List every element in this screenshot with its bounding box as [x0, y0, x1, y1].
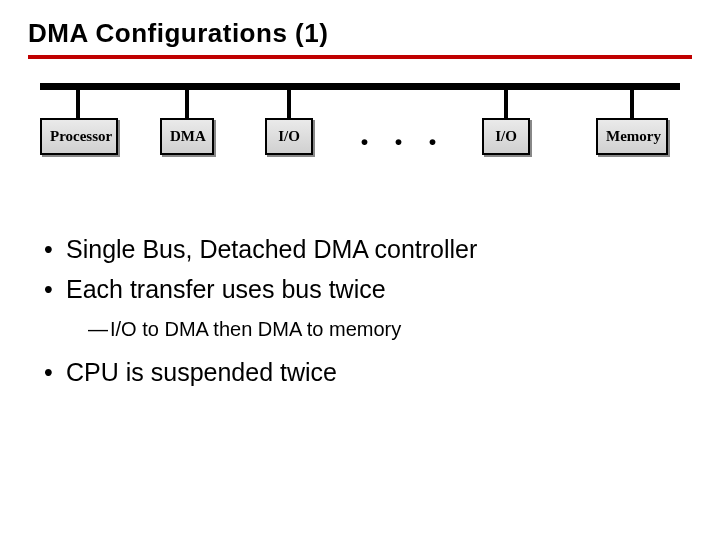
list-item: •Each transfer uses bus twice: [44, 271, 692, 309]
bus-drop: [185, 90, 189, 118]
sub-list-item-text: I/O to DMA then DMA to memory: [110, 318, 401, 340]
diagram-box-io-1: I/O: [265, 118, 313, 155]
page-title: DMA Configurations (1): [28, 18, 692, 49]
diagram-box-dma: DMA: [160, 118, 214, 155]
bus-drop: [504, 90, 508, 118]
bus-diagram: Processor DMA I/O . . . I/O Memory: [40, 83, 680, 203]
list-item-text: Single Bus, Detached DMA controller: [66, 235, 477, 263]
list-item: •Single Bus, Detached DMA controller: [44, 231, 692, 269]
bus-drop: [76, 90, 80, 118]
bullet-list: •Single Bus, Detached DMA controller •Ea…: [28, 231, 692, 392]
ellipsis-icon: . . .: [360, 117, 445, 149]
title-underline: [28, 55, 692, 59]
bullet-icon: •: [44, 271, 66, 309]
bullet-icon: •: [44, 354, 66, 392]
diagram-box-processor: Processor: [40, 118, 118, 155]
list-item-text: Each transfer uses bus twice: [66, 275, 386, 303]
system-bus-line: [40, 83, 680, 90]
bus-drop: [630, 90, 634, 118]
dash-icon: —: [88, 314, 110, 344]
diagram-box-memory: Memory: [596, 118, 668, 155]
sub-list-item: —I/O to DMA then DMA to memory: [44, 314, 692, 344]
list-item-text: CPU is suspended twice: [66, 358, 337, 386]
list-item: •CPU is suspended twice: [44, 354, 692, 392]
slide: DMA Configurations (1) Processor DMA I/O…: [0, 0, 720, 540]
bus-drop: [287, 90, 291, 118]
bullet-icon: •: [44, 231, 66, 269]
diagram-box-io-2: I/O: [482, 118, 530, 155]
